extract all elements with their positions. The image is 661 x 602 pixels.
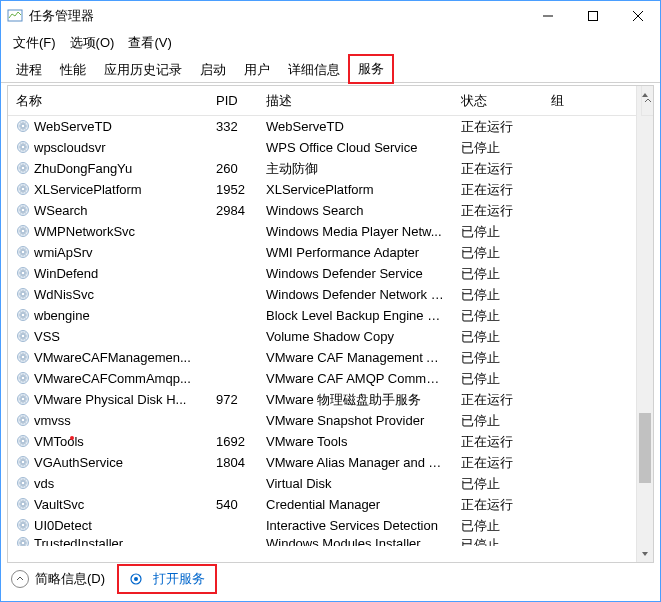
service-gear-icon bbox=[16, 287, 30, 301]
tab-users[interactable]: 用户 bbox=[235, 56, 279, 83]
service-gear-icon bbox=[16, 413, 30, 427]
tab-details[interactable]: 详细信息 bbox=[279, 56, 349, 83]
svg-point-14 bbox=[21, 208, 25, 212]
table-row[interactable]: WebServeTD332WebServeTD正在运行 bbox=[8, 116, 636, 137]
col-header-name[interactable]: 名称 bbox=[8, 86, 208, 116]
tabbar: 进程 性能 应用历史记录 启动 用户 详细信息 服务 bbox=[1, 55, 660, 83]
col-header-status[interactable]: 状态 bbox=[453, 86, 543, 116]
table-row[interactable]: VMwareCAFCommAmqp...VMware CAF AMQP Comm… bbox=[8, 368, 636, 389]
service-gear-icon bbox=[16, 308, 30, 322]
svg-point-46 bbox=[21, 541, 25, 545]
service-gear-icon bbox=[16, 329, 30, 343]
table-row[interactable]: vmvssVMware Snapshot Provider已停止 bbox=[8, 410, 636, 431]
menu-file[interactable]: 文件(F) bbox=[7, 32, 62, 54]
service-rows: WebServeTD332WebServeTD正在运行wpscloudsvrWP… bbox=[8, 116, 636, 562]
service-gear-icon bbox=[16, 161, 30, 175]
scroll-down-icon[interactable] bbox=[637, 545, 653, 562]
svg-point-8 bbox=[21, 145, 25, 149]
svg-rect-2 bbox=[588, 12, 597, 21]
table-row[interactable]: VSSVolume Shadow Copy已停止 bbox=[8, 326, 636, 347]
service-gear-icon bbox=[16, 476, 30, 490]
tab-performance[interactable]: 性能 bbox=[51, 56, 95, 83]
content-area: 名称 PID 描述 状态 组 WebServeTD332WebServeTD正在… bbox=[1, 83, 660, 563]
service-gear-icon bbox=[16, 518, 30, 532]
svg-point-24 bbox=[21, 313, 25, 317]
minimize-button[interactable] bbox=[525, 1, 570, 31]
table-row[interactable]: wbengineBlock Level Backup Engine Se...已… bbox=[8, 305, 636, 326]
svg-point-28 bbox=[21, 355, 25, 359]
service-gear-icon bbox=[16, 455, 30, 469]
tab-processes[interactable]: 进程 bbox=[7, 56, 51, 83]
table-row[interactable]: wpscloudsvrWPS Office Cloud Service已停止 bbox=[8, 137, 636, 158]
fewer-details-label: 简略信息(D) bbox=[35, 570, 105, 588]
service-gear-icon bbox=[16, 203, 30, 217]
svg-point-22 bbox=[21, 292, 25, 296]
service-gear-icon bbox=[16, 224, 30, 238]
window-title: 任务管理器 bbox=[29, 7, 525, 25]
svg-point-12 bbox=[21, 187, 25, 191]
svg-marker-48 bbox=[642, 552, 648, 556]
col-header-pid[interactable]: PID bbox=[208, 87, 258, 114]
fewer-details-button[interactable]: 简略信息(D) bbox=[11, 570, 105, 588]
table-row[interactable]: VMwareCAFManagemen...VMware CAF Manageme… bbox=[8, 347, 636, 368]
service-gear-icon bbox=[16, 245, 30, 259]
vertical-scrollbar[interactable] bbox=[636, 86, 653, 562]
service-gear-icon bbox=[16, 266, 30, 280]
svg-point-40 bbox=[21, 481, 25, 485]
column-headers: 名称 PID 描述 状态 组 bbox=[8, 86, 636, 116]
service-gear-icon bbox=[16, 350, 30, 364]
svg-point-38 bbox=[21, 460, 25, 464]
table-row[interactable]: TrustedInstallerWindows Modules Installe… bbox=[8, 536, 636, 546]
maximize-button[interactable] bbox=[570, 1, 615, 31]
service-gear-icon bbox=[16, 140, 30, 154]
close-button[interactable] bbox=[615, 1, 660, 31]
titlebar: 任务管理器 bbox=[1, 1, 660, 31]
menu-view[interactable]: 查看(V) bbox=[122, 32, 177, 54]
service-gear-icon bbox=[16, 182, 30, 196]
svg-point-50 bbox=[134, 577, 138, 581]
col-header-group[interactable]: 组 bbox=[543, 86, 603, 116]
scroll-thumb[interactable] bbox=[639, 413, 651, 483]
svg-point-6 bbox=[21, 124, 25, 128]
service-gear-icon bbox=[16, 119, 30, 133]
table-row[interactable]: ZhuDongFangYu260主动防御正在运行 bbox=[8, 158, 636, 179]
service-gear-icon bbox=[16, 371, 30, 385]
gear-icon bbox=[129, 572, 143, 586]
tab-startup[interactable]: 启动 bbox=[191, 56, 235, 83]
table-row[interactable]: WdNisSvcWindows Defender Network I...已停止 bbox=[8, 284, 636, 305]
svg-point-10 bbox=[21, 166, 25, 170]
service-gear-icon bbox=[16, 497, 30, 511]
table-row[interactable]: VMTools1692VMware Tools正在运行 bbox=[8, 431, 636, 452]
table-row[interactable]: WSearch2984Windows Search正在运行 bbox=[8, 200, 636, 221]
svg-point-44 bbox=[21, 523, 25, 527]
table-row[interactable]: WMPNetworkSvcWindows Media Player Netw..… bbox=[8, 221, 636, 242]
open-services-label: 打开服务 bbox=[153, 570, 205, 588]
tab-services[interactable]: 服务 bbox=[349, 55, 393, 83]
svg-point-42 bbox=[21, 502, 25, 506]
open-services-button[interactable]: 打开服务 bbox=[119, 566, 215, 592]
svg-point-20 bbox=[21, 271, 25, 275]
table-row[interactable]: UI0DetectInteractive Services Detection已… bbox=[8, 515, 636, 536]
service-gear-icon bbox=[16, 392, 30, 406]
service-gear-icon bbox=[16, 434, 30, 448]
col-header-desc[interactable]: 描述 bbox=[258, 86, 453, 116]
table-row[interactable]: wmiApSrvWMI Performance Adapter已停止 bbox=[8, 242, 636, 263]
menubar: 文件(F) 选项(O) 查看(V) bbox=[1, 31, 660, 55]
table-row[interactable]: VaultSvc540Credential Manager正在运行 bbox=[8, 494, 636, 515]
menu-options[interactable]: 选项(O) bbox=[64, 32, 121, 54]
table-row[interactable]: WinDefendWindows Defender Service已停止 bbox=[8, 263, 636, 284]
app-icon bbox=[7, 8, 23, 24]
table-row[interactable]: vdsVirtual Disk已停止 bbox=[8, 473, 636, 494]
svg-point-16 bbox=[21, 229, 25, 233]
svg-point-34 bbox=[21, 418, 25, 422]
table-row[interactable]: XLServicePlatform1952XLServicePlatform正在… bbox=[8, 179, 636, 200]
svg-point-32 bbox=[21, 397, 25, 401]
chevron-up-icon bbox=[11, 570, 29, 588]
table-row[interactable]: VMware Physical Disk H...972VMware 物理磁盘助… bbox=[8, 389, 636, 410]
table-row[interactable]: VGAuthService1804VMware Alias Manager an… bbox=[8, 452, 636, 473]
svg-point-26 bbox=[21, 334, 25, 338]
svg-point-18 bbox=[21, 250, 25, 254]
svg-point-36 bbox=[21, 439, 25, 443]
window-controls bbox=[525, 1, 660, 31]
tab-app-history[interactable]: 应用历史记录 bbox=[95, 56, 191, 83]
